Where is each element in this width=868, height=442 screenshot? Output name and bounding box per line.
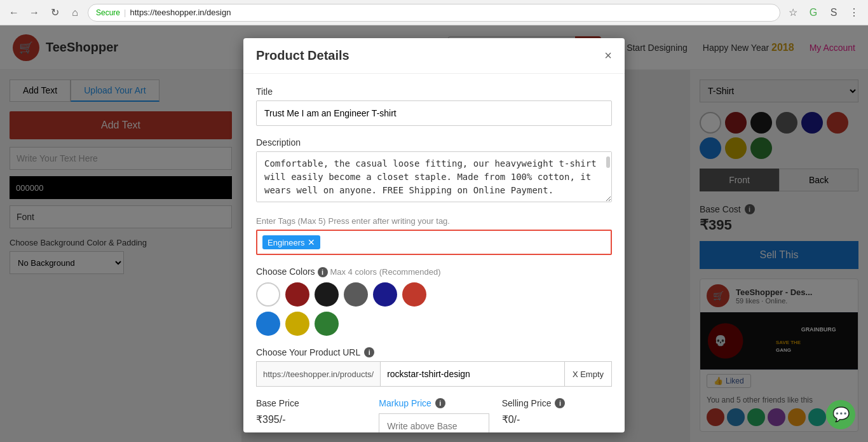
base-price-label: Base Price [256,398,366,408]
colors-label: Choose Colors i Max 4 colors (Recommende… [256,266,612,277]
description-textarea[interactable]: Comfortable, the casual loose fitting, o… [256,151,612,202]
markup-price-label: Markup Price i [379,398,489,408]
url-label: Choose Your Product URL i [256,347,612,357]
tags-field-group: Enter Tags (Max 5) Press enter after wri… [256,216,612,255]
modal-color-row-1 [256,282,612,307]
tags-input-wrap[interactable]: Engineers ✕ [256,230,612,255]
colors-info-icon: i [318,267,328,277]
modal-swatch-darkblue[interactable] [373,282,397,307]
modal-swatch-red[interactable] [402,282,426,307]
pricing-row: Base Price ₹395/- Markup Price i Selling… [256,398,612,432]
reload-button[interactable]: ↻ [47,5,62,20]
base-price-value: ₹395/- [256,413,366,425]
address-bar[interactable]: Secure | https://teeshopper.in/design [88,4,780,22]
modal-swatch-white[interactable] [256,282,280,307]
modal-overlay: Product Details × Title Description Comf… [0,25,868,442]
markup-input[interactable] [379,413,489,432]
browser-icons: ☆ G S ⋮ [785,5,862,20]
extension-icon-1[interactable]: G [806,5,821,20]
modal-header: Product Details × [243,38,625,74]
modal-body: Title Description Comfortable, the casua… [243,74,625,432]
url-text: https://teeshopper.in/design [130,8,231,17]
extension-icon-2[interactable]: S [826,5,841,20]
modal-color-row-2 [256,312,612,336]
selling-price-col: Selling Price i ₹0/- [502,398,612,425]
modal-swatch-black[interactable] [315,282,339,307]
product-details-modal: Product Details × Title Description Comf… [243,38,625,432]
modal-close-button[interactable]: × [604,48,612,63]
tags-label: Enter Tags (Max 5) Press enter after wri… [256,216,612,226]
chat-bubble[interactable]: 💬 [826,400,855,429]
secure-label: Secure [96,8,120,17]
url-empty-button[interactable]: X Empty [565,361,612,387]
modal-swatch-green[interactable] [315,312,339,336]
modal-swatch-yellow[interactable] [285,312,309,336]
modal-swatch-gray[interactable] [344,282,368,307]
description-label: Description [256,137,612,148]
description-field-group: Description Comfortable, the casual loos… [256,137,612,204]
markup-price-col: Markup Price i [379,398,489,432]
url-info-icon: i [364,347,374,357]
menu-icon[interactable]: ⋮ [846,5,862,20]
url-slug-input[interactable] [380,361,565,387]
textarea-scrollbar [606,154,611,230]
title-input[interactable] [256,100,612,126]
base-price-col: Base Price ₹395/- [256,398,366,425]
markup-info-icon: i [435,398,445,408]
modal-swatch-darkred[interactable] [285,282,309,307]
selling-info-icon: i [555,398,565,408]
modal-title: Product Details [256,48,349,63]
home-button[interactable]: ⌂ [67,5,83,20]
forward-button[interactable]: → [27,5,42,20]
back-button[interactable]: ← [6,5,22,20]
page-background: 🛒 TeeShopper 🔍 Start Designing Happy New… [0,25,868,442]
browser-chrome: ← → ↻ ⌂ Secure | https://teeshopper.in/d… [0,0,868,25]
url-row: https://teeshopper.in/products/ X Empty [256,361,612,387]
modal-swatch-blue[interactable] [256,312,280,336]
title-label: Title [256,86,612,97]
selling-price-label: Selling Price i [502,398,612,408]
tag-remove-icon[interactable]: ✕ [308,237,315,247]
bookmark-icon[interactable]: ☆ [785,5,801,20]
url-field-group: Choose Your Product URL i https://teesho… [256,347,612,387]
title-field-group: Title [256,86,612,126]
url-prefix: https://teeshopper.in/products/ [256,361,380,387]
selling-price-value: ₹0/- [502,413,612,425]
tag-chip-engineers: Engineers ✕ [262,235,320,249]
chat-icon: 💬 [832,406,850,423]
colors-field-group: Choose Colors i Max 4 colors (Recommende… [256,266,612,336]
